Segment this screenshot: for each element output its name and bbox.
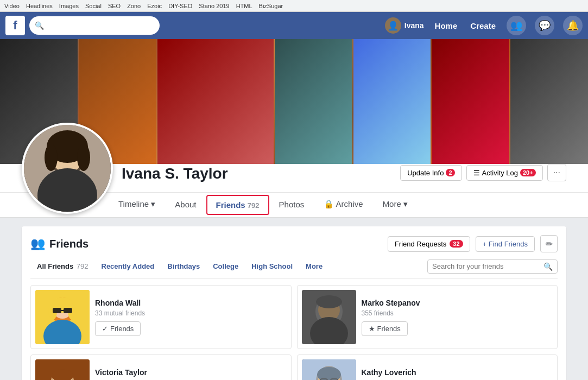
friends-search[interactable]: 🔍 — [427, 259, 558, 274]
activity-log-icon: ☰ — [473, 169, 480, 177]
friend-name-rhonda[interactable]: Rhonda Wall — [95, 299, 287, 307]
friend-status-button-marko[interactable]: ★ Friends — [362, 321, 408, 336]
svg-rect-15 — [64, 308, 72, 313]
nav-create-link[interactable]: Create — [468, 19, 498, 33]
friend-name-marko[interactable]: Marko Stepanov — [362, 299, 553, 307]
nav-home-link[interactable]: Home — [433, 19, 460, 33]
profile-area: Ivana S. Taylor Update Info 2 ☰ Activity… — [0, 164, 588, 192]
find-friends-button[interactable]: + Find Friends — [476, 236, 535, 252]
profile-pic-inner — [24, 125, 111, 212]
friend-name-kathy[interactable]: Kathy Loverich — [362, 368, 553, 377]
bookmark-images[interactable]: Images — [59, 3, 79, 9]
filter-recently-added[interactable]: Recently Added — [95, 259, 161, 274]
friend-info-marko: Marko Stepanov 355 friends ★ Friends — [362, 299, 553, 336]
friend-card-victoria: Victoria Taylor 444 friends ★ Friends — [30, 354, 292, 380]
friend-check-icon: ✓ — [102, 325, 108, 333]
cover-section-5 — [353, 39, 431, 164]
friends-filters: All Friends 792 Recently Added Birthdays… — [30, 259, 329, 274]
messenger-icon[interactable]: 💬 — [535, 16, 554, 35]
search-friends-input[interactable] — [432, 262, 540, 270]
friend-requests-badge: 32 — [450, 240, 463, 248]
friends-icon: 👥 — [30, 237, 45, 251]
friend-card-kathy: Kathy Loverich 720 friends ★ Friends — [297, 354, 558, 380]
update-info-button[interactable]: Update Info 2 — [400, 165, 461, 181]
friends-section: 👥 Friends Friend Requests 32 + Find Frie… — [22, 226, 566, 380]
friends-icon[interactable]: 👥 — [507, 16, 526, 35]
more-options-button[interactable]: ··· — [547, 164, 566, 181]
friends-header: 👥 Friends Friend Requests 32 + Find Frie… — [30, 235, 558, 252]
friends-title-text: Friends — [49, 238, 88, 250]
friends-grid: Rhonda Wall 33 mutual friends ✓ Friends — [30, 285, 558, 380]
avatar: 👤 — [385, 17, 401, 34]
svg-rect-14 — [53, 308, 61, 313]
friend-info-rhonda: Rhonda Wall 33 mutual friends ✓ Friends — [95, 299, 287, 336]
bookmark-ezoic[interactable]: Ezoic — [147, 3, 162, 9]
friend-card-rhonda: Rhonda Wall 33 mutual friends ✓ Friends — [30, 285, 292, 349]
filter-college[interactable]: College — [206, 259, 245, 274]
bookmark-stano[interactable]: Stano 2019 — [199, 3, 229, 9]
tab-friends[interactable]: Friends 792 — [206, 195, 269, 215]
friend-requests-label: Friend Requests — [395, 240, 446, 248]
tab-about[interactable]: About — [165, 193, 206, 217]
bookmark-html[interactable]: HTML — [236, 3, 252, 9]
friends-title: 👥 Friends — [30, 237, 88, 251]
filter-more[interactable]: More — [299, 259, 329, 274]
bookmark-headlines[interactable]: Headlines — [26, 3, 53, 9]
friend-avatar-kathy[interactable] — [302, 359, 356, 380]
friend-star-icon: ★ — [369, 325, 375, 333]
notifications-icon[interactable]: 🔔 — [563, 16, 583, 35]
activity-log-badge: 20+ — [520, 169, 536, 176]
nav-user[interactable]: 👤 Ivana — [385, 17, 424, 34]
cover-section-6 — [432, 39, 509, 164]
cover-section-3 — [157, 39, 274, 164]
profile-name-area: Ivana S. Taylor — [122, 165, 400, 187]
friend-meta-marko: 355 friends — [362, 309, 553, 317]
navbar-right: 👤 Ivana Home Create 👥 💬 🔔 — [385, 16, 583, 35]
update-info-label: Update Info — [407, 169, 444, 177]
profile-picture[interactable] — [22, 123, 113, 214]
search-bar[interactable]: 🔍 Ivana S. Taylor — [29, 16, 160, 35]
nav-user-name: Ivana — [404, 21, 424, 30]
friend-meta-rhonda: 33 mutual friends — [95, 309, 287, 317]
tab-archive[interactable]: 🔒 Archive — [314, 193, 372, 217]
activity-log-label: Activity Log — [482, 169, 518, 177]
friend-name-victoria[interactable]: Victoria Taylor — [95, 368, 287, 377]
profile-actions: Update Info 2 ☰ Activity Log 20+ ··· — [400, 164, 566, 187]
bookmark-diy-seo[interactable]: DIY-SEO — [168, 3, 192, 9]
search-input[interactable]: Ivana S. Taylor — [47, 21, 154, 30]
update-info-badge: 2 — [446, 169, 454, 176]
profile-name: Ivana S. Taylor — [122, 165, 400, 182]
bookmark-video[interactable]: Video — [4, 3, 20, 9]
edit-friends-button[interactable]: ✏ — [540, 235, 558, 252]
search-icon: 🔍 — [35, 21, 44, 30]
activity-log-button[interactable]: ☰ Activity Log 20+ — [466, 165, 543, 181]
friend-status-button-rhonda[interactable]: ✓ Friends — [95, 321, 141, 336]
facebook-logo[interactable]: f — [5, 16, 25, 35]
bookmark-seo[interactable]: SEO — [108, 3, 121, 9]
filter-high-school[interactable]: High School — [245, 259, 299, 274]
bookmark-zono[interactable]: Zono — [127, 3, 141, 9]
tab-timeline[interactable]: Timeline ▾ — [109, 193, 165, 217]
svg-point-5 — [45, 144, 58, 171]
bookmarks-bar: Video Headlines Images Social SEO Zono E… — [0, 0, 588, 12]
friend-info-victoria: Victoria Taylor 444 friends ★ Friends — [95, 368, 287, 381]
friend-card-marko: Marko Stepanov 355 friends ★ Friends — [297, 285, 558, 349]
tab-photos[interactable]: Photos — [269, 193, 314, 217]
main-content: 👥 Friends Friend Requests 32 + Find Frie… — [0, 218, 588, 380]
bookmark-bizsugar[interactable]: BizSugar — [259, 3, 283, 9]
svg-point-21 — [316, 295, 342, 308]
edit-icon: ✏ — [546, 239, 553, 249]
friend-requests-button[interactable]: Friend Requests 32 — [388, 236, 470, 252]
bookmark-social[interactable]: Social — [85, 3, 102, 9]
cover-section-7 — [510, 39, 588, 164]
tab-more[interactable]: More ▾ — [373, 193, 418, 217]
filter-all-friends[interactable]: All Friends 792 — [30, 259, 95, 274]
filter-birthdays[interactable]: Birthdays — [161, 259, 206, 274]
search-friends-icon: 🔍 — [543, 262, 553, 271]
friend-avatar-victoria[interactable] — [35, 359, 90, 380]
friend-avatar-rhonda[interactable] — [35, 290, 90, 344]
friend-avatar-marko[interactable] — [302, 290, 356, 344]
friend-info-kathy: Kathy Loverich 720 friends ★ Friends — [362, 368, 553, 381]
find-friends-label: + Find Friends — [483, 240, 528, 248]
friends-header-actions: Friend Requests 32 + Find Friends ✏ — [388, 235, 558, 252]
